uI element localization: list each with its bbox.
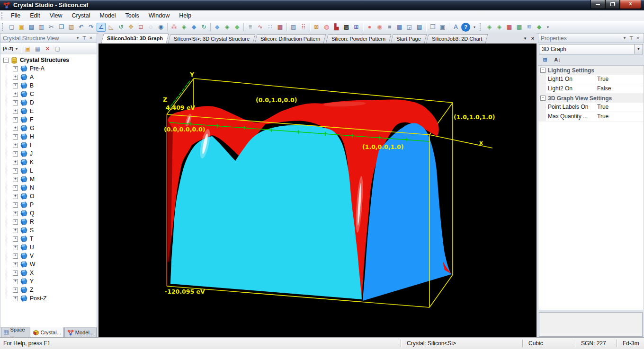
tree-item-c[interactable]: + C [0, 90, 97, 98]
tree-expand-icon[interactable]: + [13, 228, 18, 233]
categorized-view-icon[interactable]: ⊞ [540, 55, 550, 64]
tree-expand-icon[interactable]: + [13, 177, 18, 182]
atom-group-icon[interactable]: ∷ [266, 23, 275, 32]
font-icon[interactable]: A [451, 23, 460, 32]
atom-red-icon[interactable]: ● [365, 23, 374, 32]
menu-help[interactable]: Help [174, 11, 196, 20]
tree-item-n[interactable]: + N [0, 183, 97, 192]
tree-root-crystal-structures[interactable]: - Crystal Structures [0, 56, 97, 64]
export-image-icon[interactable]: ▣ [438, 23, 447, 32]
layers-icon[interactable]: ≋ [525, 23, 534, 32]
tree-expand-icon[interactable]: + [13, 253, 18, 259]
tree-expand-icon[interactable]: + [13, 185, 18, 191]
tab-menu-button[interactable]: ▾ [521, 36, 529, 41]
tab-start-page[interactable]: Start Page [390, 34, 427, 44]
chart-bars-icon[interactable]: ▙ [332, 23, 341, 32]
undo-icon[interactable]: ↶ [77, 23, 86, 32]
sphere-packing-icon[interactable]: ◍ [322, 23, 331, 32]
tree-expand-icon[interactable]: + [13, 100, 18, 105]
tree-item-f[interactable]: + F [0, 115, 97, 124]
measure-gem-icon[interactable]: ◈ [223, 23, 232, 32]
property-category-lighting-settings[interactable]: -Lighting Settings [538, 66, 644, 75]
select-region-icon[interactable]: ◌ [146, 23, 155, 32]
tree-item-q[interactable]: + Q [0, 209, 97, 218]
close-icon[interactable]: × [88, 34, 94, 42]
tree-expand-icon[interactable]: + [13, 126, 18, 131]
property-row-light1-on[interactable]: Light1 OnTrue [538, 75, 644, 84]
property-row-light2-on[interactable]: Light2 OnFalse [538, 84, 644, 94]
bond-tool-icon[interactable]: ∿ [256, 23, 265, 32]
tree-expand-icon[interactable]: + [13, 83, 18, 88]
menu-model[interactable]: Model [95, 11, 120, 20]
tab-siliconjob3-2d-chart[interactable]: SiliconJob3: 2D Chart [426, 34, 488, 44]
crystal-gem-icon[interactable]: ◆ [233, 23, 242, 32]
bond-atoms-icon[interactable]: ◈ [179, 23, 188, 32]
tree-expand-icon[interactable]: + [13, 262, 18, 267]
print-icon[interactable]: ▥ [37, 23, 46, 32]
tree-expand-icon[interactable]: + [13, 202, 18, 208]
tree-item-t[interactable]: + T [0, 235, 97, 243]
list-view-icon[interactable]: ≡ [246, 23, 255, 32]
close-icon[interactable]: × [635, 34, 641, 42]
collapse-icon[interactable]: - [540, 96, 546, 101]
pin-icon[interactable]: ⊤ [81, 34, 88, 42]
tree-expand-icon[interactable]: + [13, 270, 18, 276]
tree-item-h[interactable]: + H [0, 132, 97, 141]
new-document-icon[interactable]: ▢ [7, 23, 16, 32]
tree-expand-icon[interactable]: + [13, 151, 18, 157]
tree-item-w[interactable]: + W [0, 260, 97, 269]
tab-close-button[interactable]: × [529, 35, 537, 41]
tree-item-post-z[interactable]: + Post-Z [0, 294, 97, 303]
property-value[interactable]: True [595, 75, 608, 84]
gems-pair-icon[interactable]: ◆ [535, 23, 544, 32]
menu-window[interactable]: Window [144, 11, 174, 20]
tree-item-u[interactable]: + U [0, 243, 97, 252]
menu-view[interactable]: View [45, 11, 67, 20]
bottom-tab-space[interactable]: Space ... [1, 328, 29, 338]
new-structure-icon[interactable]: ▢ [53, 44, 62, 53]
object-selector-combo[interactable]: 3D Graph ▼ [539, 44, 643, 54]
reciprocal-lattice-icon[interactable]: ▩ [342, 23, 351, 32]
tree-item-j[interactable]: + J [0, 149, 97, 158]
sort-items-button[interactable]: {A↓Z} [3, 44, 13, 53]
tree-expand-icon[interactable]: + [13, 160, 18, 165]
menu-tools[interactable]: Tools [121, 11, 144, 20]
close-button[interactable]: x [620, 0, 641, 9]
animation-pause-icon[interactable]: ◉ [375, 23, 384, 32]
properties-header[interactable]: Properties ▾ ⊤ × [538, 33, 644, 43]
tree-expand-icon[interactable]: + [13, 117, 18, 122]
tree-item-s[interactable]: + S [0, 226, 97, 235]
minimize-button[interactable] [590, 0, 605, 9]
menu-edit[interactable]: Edit [25, 11, 45, 20]
pin-icon[interactable]: ⊤ [628, 34, 635, 42]
axes-3d-icon[interactable]: ∠ [97, 23, 106, 32]
menu-crystal[interactable]: Crystal [67, 11, 95, 20]
property-value[interactable]: False [595, 84, 611, 93]
tree-item-z[interactable]: + Z [0, 286, 97, 294]
delete-icon[interactable]: ✕ [43, 44, 52, 53]
bottom-tab-crystal[interactable]: Crystal... [30, 327, 63, 338]
tree-expand-icon[interactable]: + [13, 143, 18, 148]
tree-expand-icon[interactable]: + [13, 236, 18, 242]
polyhedron-view-icon[interactable]: ◆ [213, 23, 222, 32]
toolbar-overflow-button[interactable]: ▾ [545, 23, 551, 32]
chevron-down-icon[interactable]: ▾ [621, 34, 628, 42]
left-panel-header[interactable]: Crystal Structure View ▾ ⊤ × [0, 33, 97, 43]
tab-silicon-si-3d-crystal-structure[interactable]: Silicon<Si>: 3D Crystal Structure [168, 34, 255, 44]
collapse-icon[interactable]: - [540, 68, 546, 73]
find-icon[interactable]: ◉ [156, 23, 165, 32]
unit-cell-icon[interactable]: ⊠ [312, 23, 321, 32]
restore-button[interactable] [605, 0, 620, 9]
copy-special-icon[interactable]: ❒ [428, 23, 437, 32]
tree-expand-icon[interactable]: + [13, 92, 18, 97]
tree-item-y[interactable]: + Y [0, 277, 97, 286]
save-icon[interactable]: ▤ [27, 23, 36, 32]
polyhedron-icon[interactable]: ◆ [189, 23, 198, 32]
select-atoms-icon[interactable]: ⊡ [136, 23, 145, 32]
lattice-red-icon[interactable]: ▦ [505, 23, 514, 32]
lattice-doc-icon[interactable]: ▦ [276, 23, 285, 32]
gem-info-icon[interactable]: ◈ [495, 23, 504, 32]
tree-item-e[interactable]: + E [0, 107, 97, 115]
tree-item-b[interactable]: + B [0, 81, 97, 90]
property-row-point-labels-on[interactable]: Point Labels OnTrue [538, 103, 644, 112]
